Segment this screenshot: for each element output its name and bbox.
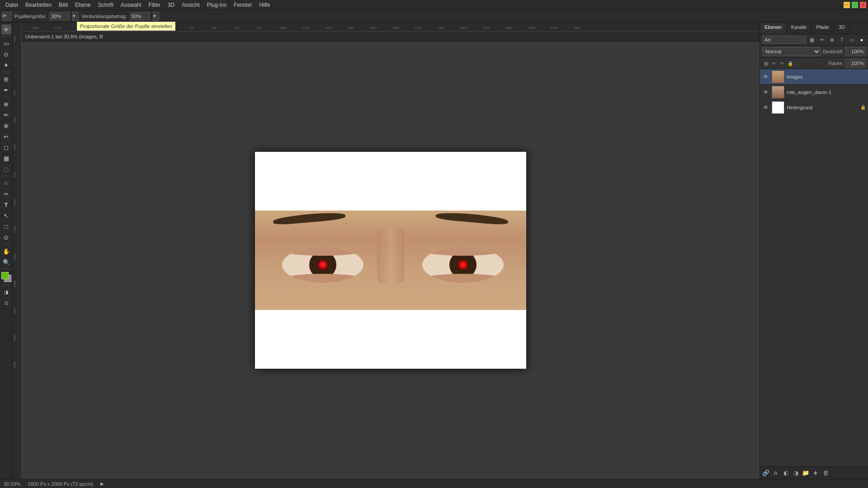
screen-mode-btn[interactable]: ⊡ [1, 298, 11, 308]
status-bar: 30,59% 2600 Px x 2000 Px (72 ppcm) ▶ [0, 479, 868, 488]
path-select-tool[interactable]: ↖ [1, 211, 11, 221]
canvas-container [22, 42, 760, 479]
marquee-tool[interactable]: ▭ [1, 38, 11, 48]
eyelid-top-right [422, 247, 504, 256]
layer-item-images[interactable]: 👁 images [760, 69, 868, 84]
eye-right [422, 247, 504, 283]
layer-adjustment-btn[interactable]: ◑ [792, 469, 800, 477]
pupil-size-arrow[interactable]: ▾ [72, 12, 79, 21]
toolbox: ✛ ▭ ⊙ ✦ ⊞ ✒ ⊕ ✏ ⊗ ↩ ◻ ▦ ◌ ○ ✑ T ↖ □ ⊙ ✋ … [0, 23, 13, 479]
opacity-input[interactable] [845, 47, 866, 56]
canvas-shadow [255, 152, 526, 369]
dodge-tool[interactable]: ○ [1, 178, 11, 188]
tab-3d[interactable]: 3D [834, 23, 850, 34]
layer-visibility-rote-augen[interactable]: 👁 [762, 89, 769, 96]
layer-group-btn[interactable]: 📁 [802, 469, 810, 477]
lock-position-btn[interactable]: ✛ [778, 60, 786, 67]
menu-3d[interactable]: 3D [164, 1, 178, 9]
layer-filter-toggle[interactable]: ● [858, 36, 866, 44]
tab-pfade[interactable]: Pfade [811, 23, 834, 34]
crop-tool[interactable]: ⊞ [1, 74, 11, 84]
menu-datei[interactable]: Datei [2, 1, 22, 9]
layer-search-box[interactable] [762, 36, 806, 44]
move-tool[interactable]: ✛ [1, 24, 11, 34]
close-button[interactable]: × [860, 2, 866, 8]
tab-kanaele[interactable]: Kanäle [787, 23, 811, 34]
layer-name-images: images [787, 74, 866, 80]
layer-fx-btn[interactable]: fx [772, 469, 780, 477]
layer-filter-btn-3[interactable]: ⊕ [828, 36, 836, 44]
blur-label: Verdunklungsbetrag: [81, 14, 127, 19]
zoom-tool[interactable]: 🔍 [1, 257, 11, 267]
menu-plugins[interactable]: Plug-ins [203, 1, 230, 9]
lock-all-btn[interactable]: 🔒 [787, 60, 794, 67]
menu-ebene[interactable]: Ebene [71, 1, 94, 9]
freckle [395, 230, 396, 230]
color-swatch[interactable] [1, 272, 11, 282]
menu-bearbeiten[interactable]: Bearbeiten [22, 1, 55, 9]
menu-bild[interactable]: Bild [55, 1, 71, 9]
eye-left [282, 247, 363, 283]
gradient-tool[interactable]: ▦ [1, 153, 11, 163]
blur-tool[interactable]: ◌ [1, 164, 11, 174]
layer-link-btn[interactable]: 🔗 [762, 469, 770, 477]
pupil-size-label: Pupillengröße: [14, 14, 47, 19]
layer-visibility-images[interactable]: 👁 [762, 73, 769, 80]
menu-hilfe[interactable]: Hilfe [256, 1, 274, 9]
clone-tool[interactable]: ⊗ [1, 121, 11, 131]
eye-white-left [282, 247, 363, 283]
layer-item-hintergrund[interactable]: 👁 Hintergrund 🔒 [760, 100, 868, 115]
pen-tool[interactable]: ✑ [1, 189, 11, 199]
text-tool[interactable]: T [1, 200, 11, 210]
tool-divider-5 [2, 244, 10, 244]
history-brush-tool[interactable]: ↩ [1, 131, 11, 141]
layer-mask-btn[interactable]: ◐ [782, 469, 790, 477]
maximize-button[interactable]: □ [852, 2, 858, 8]
lock-pixels-btn[interactable]: ✏ [770, 60, 778, 67]
status-info-btn[interactable]: ▶ [100, 481, 104, 486]
layer-thumb-images [772, 70, 784, 83]
tab-ebenen[interactable]: Ebenen [760, 23, 787, 34]
quick-mask-btn[interactable]: ◨ [1, 287, 11, 297]
brush-tool[interactable]: ✏ [1, 110, 11, 120]
layer-filter-btn-5[interactable]: ▭ [848, 36, 856, 44]
lock-transparent-btn[interactable]: ▦ [762, 60, 769, 67]
shape-tool[interactable]: □ [1, 221, 11, 231]
layer-search-input[interactable] [764, 37, 804, 42]
layer-visibility-hintergrund[interactable]: 👁 [762, 104, 769, 111]
layer-filter-btn-4[interactable]: T [838, 36, 846, 44]
menu-filter[interactable]: Filter [145, 1, 164, 9]
thumb-content-hintergrund [772, 102, 784, 113]
eraser-tool[interactable]: ◻ [1, 142, 11, 152]
hand-tool[interactable]: ✋ [1, 246, 11, 256]
eyedropper-tool[interactable]: ✒ [1, 85, 11, 95]
redeye-tool[interactable]: ⊙ [1, 232, 11, 242]
layer-thumb-rote-augen [772, 86, 784, 99]
menu-auswahl[interactable]: Auswahl [117, 1, 145, 9]
layer-filter-btn-2[interactable]: ✏ [818, 36, 826, 44]
menu-fenster[interactable]: Fenster [230, 1, 256, 9]
pupil-size-input[interactable] [49, 12, 70, 20]
blend-mode-row: Normal Multiplizieren Abblenden Deckkraf… [760, 46, 868, 58]
magic-wand-tool[interactable]: ✦ [1, 60, 11, 70]
layer-new-btn[interactable]: + [811, 469, 820, 477]
canvas-document[interactable] [255, 152, 526, 369]
blur-input[interactable] [130, 12, 150, 20]
tool-options-icon[interactable]: ⟳ [2, 12, 12, 21]
eye-white-right [422, 247, 504, 283]
healing-tool[interactable]: ⊕ [1, 99, 11, 109]
eyes-background [255, 211, 526, 310]
document-tab[interactable]: Unbenannt-1 bei 30,6% (images, R [22, 32, 760, 42]
layer-delete-btn[interactable]: 🗑 [821, 469, 830, 477]
blur-arrow[interactable]: ▾ [153, 12, 159, 21]
layer-filter-btn-1[interactable]: ▦ [808, 36, 816, 44]
fill-input[interactable] [845, 59, 866, 68]
lasso-tool[interactable]: ⊙ [1, 49, 11, 59]
layer-item-rote-augen[interactable]: 👁 rote_augen_davor-1 [760, 84, 868, 100]
menu-schrift[interactable]: Schrift [94, 1, 117, 9]
blend-mode-select[interactable]: Normal Multiplizieren Abblenden [762, 47, 821, 56]
menu-ansicht[interactable]: Ansicht [178, 1, 203, 9]
minimize-button[interactable]: ─ [844, 2, 850, 8]
canvas-white-bottom [255, 310, 526, 369]
tool-divider-2 [2, 72, 10, 72]
